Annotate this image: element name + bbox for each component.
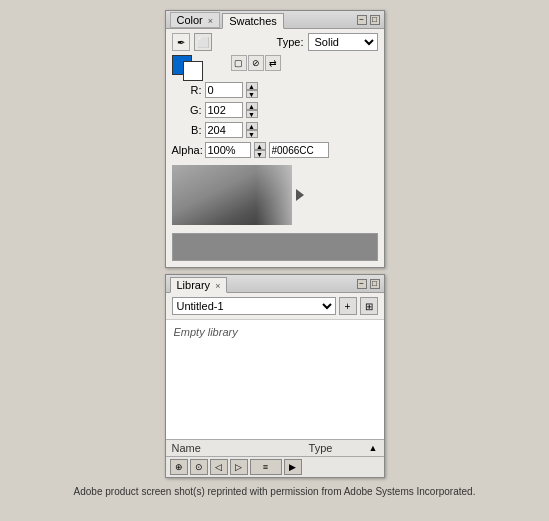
rgb-section: R: ▲ ▼ G: ▲ ▼ B: bbox=[172, 81, 378, 159]
footer-name-label: Name bbox=[172, 442, 309, 454]
tab-color-close[interactable]: × bbox=[208, 16, 213, 26]
footer-type-label: Type bbox=[309, 442, 369, 454]
alpha-spin-down[interactable]: ▼ bbox=[254, 150, 266, 158]
color-panel-window-buttons: − □ bbox=[357, 15, 380, 25]
tab-library-close[interactable]: × bbox=[215, 281, 220, 291]
gradient-arrow[interactable] bbox=[296, 189, 304, 201]
alpha-spinner[interactable]: ▲ ▼ bbox=[254, 142, 266, 158]
color-panel-minimize[interactable]: − bbox=[357, 15, 367, 25]
hex-input[interactable] bbox=[269, 142, 329, 158]
library-panel-titlebar: Library × − □ bbox=[166, 275, 384, 293]
b-spin-up[interactable]: ▲ bbox=[246, 122, 258, 130]
library-dropdown-row: Untitled-1 + ⊞ bbox=[166, 297, 384, 319]
type-label: Type: bbox=[277, 36, 304, 48]
alpha-input[interactable] bbox=[205, 142, 251, 158]
color-panel: Color × Swatches − □ ✒ ⬜ Type: Solid Lin… bbox=[165, 10, 385, 268]
tab-library[interactable]: Library × bbox=[170, 277, 228, 293]
b-input[interactable] bbox=[205, 122, 243, 138]
bg-color-chip[interactable] bbox=[183, 61, 203, 81]
b-label: B: bbox=[172, 124, 202, 136]
library-empty-label: Empty library bbox=[166, 320, 384, 344]
r-spinner[interactable]: ▲ ▼ bbox=[246, 82, 258, 98]
library-footer-buttons: ⊕ ⊙ ◁ ▷ ≡ ▶ bbox=[166, 456, 384, 477]
library-content: Empty library bbox=[166, 319, 384, 439]
r-row: R: ▲ ▼ bbox=[172, 81, 378, 99]
gradient-container bbox=[172, 165, 378, 225]
library-forward-btn[interactable]: ▷ bbox=[230, 459, 248, 475]
library-arrow-btn[interactable]: ▶ bbox=[284, 459, 302, 475]
caption-text: Adobe product screen shot(s) reprinted w… bbox=[66, 486, 484, 497]
g-spin-down[interactable]: ▼ bbox=[246, 110, 258, 118]
g-row: G: ▲ ▼ bbox=[172, 101, 378, 119]
library-panel-maximize[interactable]: □ bbox=[370, 279, 380, 289]
r-input[interactable] bbox=[205, 82, 243, 98]
tools-row2: ▢ ⊘ ⇄ bbox=[172, 55, 378, 75]
library-panel-minimize[interactable]: − bbox=[357, 279, 367, 289]
b-row: B: ▲ ▼ bbox=[172, 121, 378, 139]
b-spin-down[interactable]: ▼ bbox=[246, 130, 258, 138]
swap-icon[interactable]: ⇄ bbox=[265, 55, 281, 71]
library-panel-window-buttons: − □ bbox=[357, 279, 380, 289]
tab-swatches[interactable]: Swatches bbox=[222, 13, 284, 29]
library-body: Untitled-1 + ⊞ Empty library Name Type ▲… bbox=[166, 293, 384, 477]
library-panel: Library × − □ Untitled-1 + ⊞ Empty libra… bbox=[165, 274, 385, 478]
footer-sort-icon[interactable]: ▲ bbox=[369, 443, 378, 453]
g-label: G: bbox=[172, 104, 202, 116]
eyedropper-tool[interactable]: ✒ bbox=[172, 33, 190, 51]
r-label: R: bbox=[172, 84, 202, 96]
alpha-row: Alpha: ▲ ▼ bbox=[172, 141, 378, 159]
color-preview-bar bbox=[172, 233, 378, 261]
stroke-icon[interactable]: ▢ bbox=[231, 55, 247, 71]
library-select[interactable]: Untitled-1 bbox=[172, 297, 336, 315]
tab-color[interactable]: Color × bbox=[170, 12, 221, 28]
library-new-btn[interactable]: + bbox=[339, 297, 357, 315]
alpha-spin-up[interactable]: ▲ bbox=[254, 142, 266, 150]
library-back-btn[interactable]: ◁ bbox=[210, 459, 228, 475]
no-color-icon[interactable]: ⊘ bbox=[248, 55, 264, 71]
library-options-btn[interactable]: ⊞ bbox=[360, 297, 378, 315]
color-panel-titlebar: Color × Swatches − □ bbox=[166, 11, 384, 29]
library-footer: Name Type ▲ bbox=[166, 439, 384, 456]
g-spin-up[interactable]: ▲ bbox=[246, 102, 258, 110]
b-spinner[interactable]: ▲ ▼ bbox=[246, 122, 258, 138]
library-add-btn[interactable]: ⊕ bbox=[170, 459, 188, 475]
type-select[interactable]: Solid Linear Radial Bitmap bbox=[308, 33, 378, 51]
color-panel-body: ✒ ⬜ Type: Solid Linear Radial Bitmap ▢ ⊘… bbox=[166, 29, 384, 267]
library-camera-btn[interactable]: ⊙ bbox=[190, 459, 208, 475]
r-spin-up[interactable]: ▲ bbox=[246, 82, 258, 90]
g-spinner[interactable]: ▲ ▼ bbox=[246, 102, 258, 118]
r-spin-down[interactable]: ▼ bbox=[246, 90, 258, 98]
paint-bucket-tool[interactable]: ⬜ bbox=[194, 33, 212, 51]
g-input[interactable] bbox=[205, 102, 243, 118]
library-filmstrip-btn[interactable]: ≡ bbox=[250, 459, 282, 475]
color-gradient-preview[interactable] bbox=[172, 165, 292, 225]
alpha-label: Alpha: bbox=[172, 144, 202, 156]
type-row: ✒ ⬜ Type: Solid Linear Radial Bitmap bbox=[172, 33, 378, 51]
color-panel-maximize[interactable]: □ bbox=[370, 15, 380, 25]
